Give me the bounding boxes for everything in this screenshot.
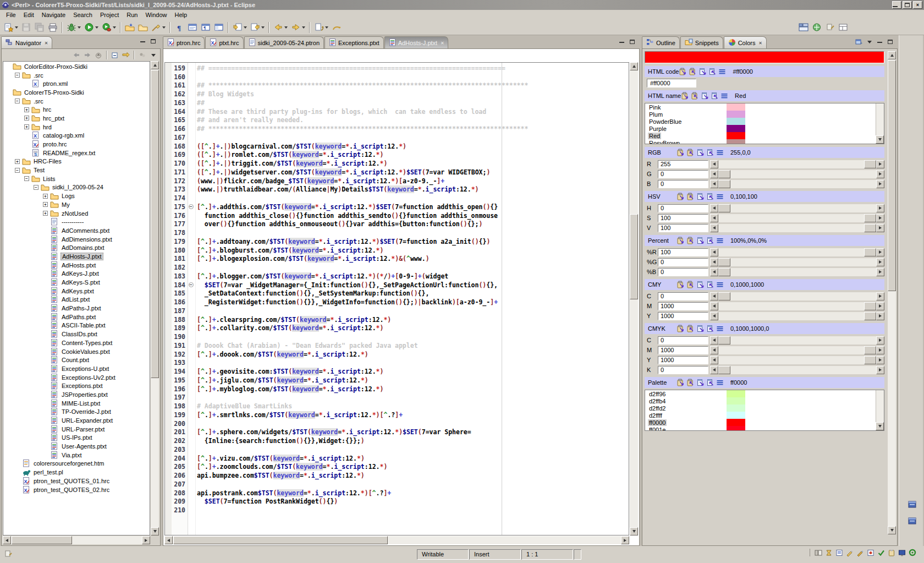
layout-icon[interactable] bbox=[837, 21, 850, 34]
tree-item[interactable]: MIME-List.ptxt bbox=[3, 399, 150, 408]
tree-expander-icon[interactable]: + bbox=[43, 194, 48, 199]
colors-vscroll-thumb[interactable] bbox=[888, 60, 896, 291]
scroll-right-icon[interactable] bbox=[876, 258, 884, 266]
list-icon[interactable] bbox=[716, 237, 724, 244]
tab-ptron-hrc[interactable]: Xptron.hrc bbox=[163, 36, 205, 48]
tree-expander-icon[interactable]: − bbox=[15, 99, 20, 103]
tree-item[interactable]: User-Agents.ptxt bbox=[3, 442, 150, 451]
minimize-view-icon[interactable] bbox=[138, 37, 148, 46]
tree-item[interactable]: AdPaths-J.ptxt bbox=[3, 304, 150, 313]
dropdown-arrow-icon[interactable] bbox=[15, 26, 18, 29]
navigator-hscroll-thumb[interactable] bbox=[12, 536, 72, 544]
dropdown-arrow-icon[interactable] bbox=[261, 26, 265, 29]
save-all-icon[interactable] bbox=[33, 21, 46, 34]
color-list-item[interactable]: Purple bbox=[645, 125, 884, 132]
slider-thumb[interactable] bbox=[864, 346, 876, 354]
pencil-icon[interactable] bbox=[846, 549, 854, 556]
slider-track[interactable] bbox=[710, 180, 884, 188]
close-icon[interactable]: ✕ bbox=[441, 40, 444, 46]
dropdown-arrow-icon[interactable] bbox=[78, 26, 81, 29]
color-list-item[interactable]: d2ffb4 bbox=[645, 397, 884, 405]
tree-item[interactable]: ASCII-Table.ptxt bbox=[3, 321, 150, 330]
run-icon[interactable] bbox=[82, 21, 96, 34]
close-button[interactable]: × bbox=[913, 1, 922, 9]
copy-text-icon[interactable] bbox=[698, 68, 707, 75]
list-scrollbar[interactable] bbox=[876, 390, 884, 430]
tree-item[interactable]: −Lists bbox=[3, 174, 150, 183]
scroll-left-icon[interactable] bbox=[710, 336, 718, 345]
tab-colors[interactable]: Colors✕ bbox=[724, 36, 767, 48]
list-icon[interactable] bbox=[718, 68, 726, 75]
navigator-vscroll-thumb[interactable] bbox=[151, 70, 159, 378]
paste-text-icon[interactable] bbox=[706, 281, 714, 288]
scroll-right-icon[interactable] bbox=[876, 224, 884, 232]
slider-value-input[interactable]: 1000 bbox=[658, 312, 708, 320]
slider-thumb[interactable] bbox=[864, 224, 876, 232]
scroll-left-icon[interactable] bbox=[710, 302, 718, 310]
slider-track[interactable] bbox=[710, 258, 884, 266]
tab-outline[interactable]: Outline bbox=[642, 36, 680, 48]
pilcrow-icon[interactable]: ¶ bbox=[173, 21, 186, 34]
tree-item[interactable]: AdComments.ptxt bbox=[3, 226, 150, 235]
tree-item[interactable]: AdKeys.ptxt bbox=[3, 287, 150, 296]
scroll-right-icon[interactable] bbox=[876, 312, 884, 320]
scroll-down-icon[interactable] bbox=[876, 422, 884, 430]
tree-item[interactable]: URL-Expander.ptxt bbox=[3, 416, 150, 425]
menu-item-help[interactable]: Help bbox=[171, 10, 191, 19]
scroll-right-icon[interactable] bbox=[876, 292, 884, 300]
tree-item[interactable]: Xproto.hrc bbox=[3, 140, 150, 149]
collapse-fold-icon[interactable]: − bbox=[189, 204, 194, 209]
paste-color-icon[interactable] bbox=[686, 237, 695, 244]
scroll-left-icon[interactable] bbox=[3, 536, 11, 544]
dropdown-arrow-icon[interactable] bbox=[284, 26, 288, 29]
scroll-right-icon[interactable] bbox=[876, 180, 884, 188]
paste-color-icon[interactable] bbox=[686, 193, 695, 200]
last-edit-icon[interactable] bbox=[312, 21, 326, 34]
slider-track[interactable] bbox=[710, 160, 884, 168]
tree-item[interactable]: Count.ptxt bbox=[3, 356, 150, 364]
scroll-right-icon[interactable] bbox=[876, 346, 884, 354]
clipboard-icon[interactable] bbox=[888, 549, 895, 556]
slider-track[interactable] bbox=[710, 248, 884, 256]
editor-window-pilcrow-icon[interactable]: ¶ bbox=[199, 21, 212, 34]
fast-view-icon[interactable] bbox=[815, 549, 822, 556]
copy-text-icon[interactable] bbox=[696, 281, 705, 288]
tree-item[interactable]: TP-Override-J.ptxt bbox=[3, 408, 150, 417]
scroll-left-icon[interactable] bbox=[710, 160, 718, 168]
tree-item[interactable]: perl_test.pl bbox=[3, 468, 150, 477]
tab-sidki-2009-05-24-ptron[interactable]: sidki_2009-05-24.ptron bbox=[244, 36, 324, 48]
color-list-item[interactable]: ff001e bbox=[645, 426, 884, 431]
goto-icon[interactable] bbox=[330, 21, 343, 34]
tree-item[interactable]: AdKeys-J.ptxt bbox=[3, 270, 150, 278]
tree-expander-icon[interactable]: − bbox=[15, 73, 20, 78]
closed-folder-icon[interactable] bbox=[136, 21, 150, 34]
scroll-down-icon[interactable] bbox=[630, 527, 638, 535]
tab-navigator[interactable]: Navigator ✕ bbox=[1, 36, 52, 48]
collapse-all-icon[interactable] bbox=[109, 50, 120, 60]
tree-expander-icon[interactable]: + bbox=[15, 159, 20, 164]
link-with-editor-icon[interactable] bbox=[120, 50, 131, 60]
scroll-left-icon[interactable] bbox=[164, 536, 173, 544]
tasks-icon[interactable] bbox=[835, 549, 843, 556]
tree-item[interactable]: +HRC-Files bbox=[3, 157, 150, 166]
tree-item[interactable]: −.src bbox=[3, 97, 150, 106]
view-menu-icon[interactable] bbox=[864, 37, 875, 46]
tree-item[interactable]: AdPaths.ptxt bbox=[3, 313, 150, 321]
scroll-right-icon[interactable] bbox=[876, 160, 884, 168]
tree-item[interactable]: SREADME_regex.txt bbox=[3, 149, 150, 157]
paste-color-icon[interactable] bbox=[686, 281, 695, 288]
color-list-item[interactable]: d2ff96 bbox=[645, 390, 884, 397]
scroll-right-icon[interactable] bbox=[876, 214, 884, 222]
scroll-right-icon[interactable] bbox=[876, 356, 884, 364]
tree-item[interactable]: Xptron_test_QUOTES_02.hrc bbox=[3, 485, 150, 494]
slider-track[interactable] bbox=[710, 356, 884, 364]
maximize-editor-icon[interactable] bbox=[627, 37, 637, 46]
slider-track[interactable] bbox=[710, 204, 884, 212]
slider-value-input[interactable]: 0 bbox=[658, 204, 708, 212]
tree-item[interactable]: JSProperties.ptxt bbox=[3, 390, 150, 399]
navigator-tree[interactable]: ColorEditor-Proxo-Sidki−.srcXptron.xmlCo… bbox=[3, 61, 150, 535]
slider-track[interactable] bbox=[710, 268, 884, 276]
color-list-item[interactable]: d2ffff bbox=[645, 412, 884, 419]
tree-expander-icon[interactable]: − bbox=[15, 168, 20, 173]
slider-thumb[interactable] bbox=[718, 258, 730, 266]
